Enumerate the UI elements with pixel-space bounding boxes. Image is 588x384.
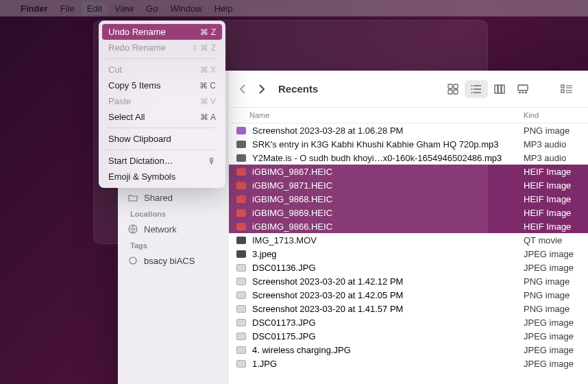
menu-label: Paste xyxy=(108,96,131,106)
file-row[interactable]: Y2Mate.is - O sudh budh khoyi…x0-160k-16… xyxy=(229,151,588,165)
file-kind: JPEG image xyxy=(519,331,588,341)
file-row[interactable]: iGBIMG_9866.HEICHEIF Image xyxy=(229,219,588,233)
menu-shortcut: ⇧ ⌘ Z xyxy=(191,43,216,53)
file-row[interactable]: SRK's entry in K3G Kabhi Khushi Kabhie G… xyxy=(229,137,588,151)
svg-point-10 xyxy=(471,92,473,93)
menu-copy[interactable]: Copy 5 Items ⌘ C xyxy=(102,77,222,93)
menu-paste[interactable]: Paste ⌘ V xyxy=(102,93,222,109)
file-name: iGBIMG_9869.HEIC xyxy=(252,208,332,218)
svg-rect-16 xyxy=(522,92,524,93)
file-name: 1.JPG xyxy=(252,359,277,369)
file-name: iGBIMG_9867.HEIC xyxy=(252,167,332,177)
back-button[interactable] xyxy=(238,83,247,95)
menu-edit[interactable]: Edit xyxy=(82,2,108,15)
icon-view-button[interactable] xyxy=(441,80,465,98)
sidebar-label: Network xyxy=(144,224,177,235)
menu-dictation[interactable]: Start Dictation… 🎙︎ xyxy=(102,153,222,169)
column-kind[interactable]: Kind xyxy=(519,111,588,119)
sidebar-item-network[interactable]: Network xyxy=(118,221,229,237)
file-icon xyxy=(236,139,247,149)
menu-emoji[interactable]: Emoji & Symbols xyxy=(102,169,222,184)
file-kind: JPEG image xyxy=(519,317,588,328)
file-name: Screenshot 2023-03-20 at 1.42.12 PM xyxy=(252,276,403,287)
file-name: iGBIMG_9868.HEIC xyxy=(252,194,332,204)
file-name: Y2Mate.is - O sudh budh khoyi…x0-160k-16… xyxy=(252,153,502,163)
file-kind: HEIF Image xyxy=(519,167,588,177)
file-row[interactable]: 4. wireless charging.JPGJPEG image xyxy=(229,343,588,357)
file-icon xyxy=(236,235,247,245)
file-row[interactable]: Screenshot 2023-03-20 at 1.41.57 PMPNG i… xyxy=(229,302,588,315)
file-icon xyxy=(236,359,247,368)
file-row[interactable]: IMG_1713.MOVQT movie xyxy=(229,233,588,247)
menu-redo[interactable]: Redo Rename ⇧ ⌘ Z xyxy=(102,40,222,56)
menu-window[interactable]: Window xyxy=(170,3,201,14)
file-icon xyxy=(236,153,247,163)
group-button[interactable] xyxy=(555,80,578,98)
menu-label: Emoji & Symbols xyxy=(108,171,175,182)
file-kind: PNG image xyxy=(519,125,588,136)
svg-rect-13 xyxy=(502,85,504,93)
list-view-button[interactable] xyxy=(465,80,488,98)
file-kind: PNG image xyxy=(519,290,588,300)
file-name: SRK's entry in K3G Kabhi Khushi Kabhie G… xyxy=(252,139,498,149)
file-row[interactable]: iGBIMG_9871.HEICHEIF Image xyxy=(229,178,588,192)
file-name: Screenshot 2023-03-20 at 1.42.05 PM xyxy=(252,290,403,300)
menu-shortcut: ⌘ Z xyxy=(200,27,216,37)
sidebar-label: Shared xyxy=(144,193,173,203)
svg-rect-5 xyxy=(454,84,458,88)
file-row[interactable]: DSC01136.JPGJPEG image xyxy=(229,261,588,274)
menu-go[interactable]: Go xyxy=(146,3,158,14)
file-row[interactable]: iGBIMG_9869.HEICHEIF Image xyxy=(229,206,588,219)
file-kind: QT movie xyxy=(519,235,588,245)
forward-button[interactable] xyxy=(258,83,266,95)
menu-shortcut: ⌘ C xyxy=(199,81,216,91)
sidebar-item-shared[interactable]: Shared xyxy=(118,189,229,206)
svg-rect-15 xyxy=(519,92,521,93)
file-name: DSC01175.JPG xyxy=(252,331,316,341)
file-row[interactable]: 3.jpegJPEG image xyxy=(229,247,588,261)
menu-undo[interactable]: Undo Rename ⌘ Z xyxy=(102,24,222,40)
file-icon xyxy=(236,331,247,341)
menu-view[interactable]: View xyxy=(114,3,134,14)
svg-rect-7 xyxy=(454,90,458,94)
column-view-button[interactable] xyxy=(488,80,511,98)
file-kind: JPEG image xyxy=(519,249,588,259)
menu-select-all[interactable]: Select All ⌘ A xyxy=(102,109,222,125)
menu-label: Start Dictation… xyxy=(108,156,173,166)
tag-icon xyxy=(127,255,138,266)
file-row[interactable]: iGBIMG_9868.HEICHEIF Image xyxy=(229,192,588,206)
file-row[interactable]: Screenshot 2023-03-20 at 1.42.12 PMPNG i… xyxy=(229,274,588,288)
menu-help[interactable]: Help xyxy=(215,3,233,14)
file-kind: JPEG image xyxy=(519,359,588,369)
file-icon xyxy=(236,167,247,176)
file-icon xyxy=(236,317,247,327)
menu-label: Copy 5 Items xyxy=(108,80,161,91)
file-kind: HEIF Image xyxy=(519,180,588,191)
svg-point-8 xyxy=(471,85,473,86)
app-menu[interactable]: Finder xyxy=(21,3,48,14)
menu-label: Undo Rename xyxy=(108,27,166,37)
network-icon xyxy=(127,224,138,235)
file-row[interactable]: Screenshot 2023-03-20 at 1.42.05 PMPNG i… xyxy=(229,288,588,302)
file-icon xyxy=(236,221,247,231)
file-row[interactable]: DSC01175.JPGJPEG image xyxy=(229,329,588,343)
sidebar-item-tag[interactable]: bsacy biACS xyxy=(118,252,229,269)
file-row[interactable]: DSC01173.JPGJPEG image xyxy=(229,315,588,329)
file-row[interactable]: iGBIMG_9867.HEICHEIF Image xyxy=(229,165,588,178)
edit-menu-dropdown: Undo Rename ⌘ Z Redo Rename ⇧ ⌘ Z Cut ⌘ … xyxy=(99,21,225,188)
file-name: Screenshot 2023-03-20 at 1.41.57 PM xyxy=(252,304,403,314)
file-row[interactable]: 1.JPGJPEG image xyxy=(229,357,588,370)
gallery-view-button[interactable] xyxy=(511,80,535,98)
location-title: Recents xyxy=(278,83,318,95)
menu-shortcut: ⌘ V xyxy=(200,97,216,106)
menu-show-clipboard[interactable]: Show Clipboard xyxy=(102,131,222,147)
menu-shortcut: ⌘ A xyxy=(200,112,216,122)
file-icon xyxy=(236,276,247,286)
file-icon xyxy=(236,180,247,190)
menu-file[interactable]: File xyxy=(60,3,75,14)
menu-cut[interactable]: Cut ⌘ X xyxy=(102,62,222,77)
menu-label: Select All xyxy=(108,112,145,122)
menu-label: Cut xyxy=(108,64,122,75)
column-name[interactable]: Name xyxy=(229,111,519,119)
file-row[interactable]: Screenshot 2023-03-28 at 1.06.28 PMPNG i… xyxy=(229,123,588,137)
